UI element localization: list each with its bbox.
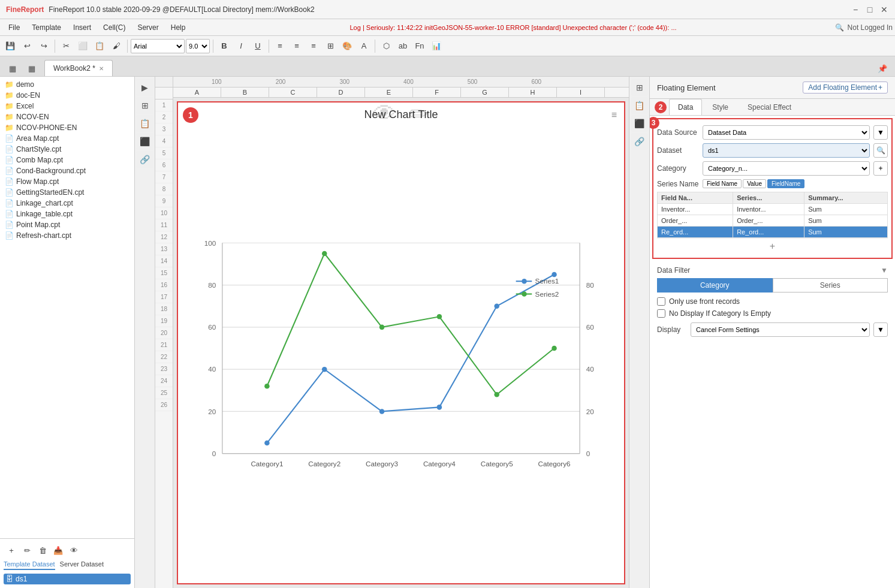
front-records-checkbox[interactable] <box>657 297 665 306</box>
right-panel-btn-1[interactable]: ⊞ <box>631 79 648 96</box>
display-select[interactable]: Cancel Form Settings <box>691 322 870 337</box>
template-dataset-tab[interactable]: Template Dataset <box>4 560 55 570</box>
menu-file[interactable]: File <box>2 21 26 34</box>
add-field-button[interactable]: + <box>770 241 775 252</box>
right-panel-btn-2[interactable]: 📋 <box>631 97 648 114</box>
tab-special-effect[interactable]: Special Effect <box>739 99 800 115</box>
paste-button[interactable]: 📋 <box>92 38 107 54</box>
series-name-chips: Field Name Value FieldName <box>703 179 804 188</box>
underline-button[interactable]: U <box>250 38 266 54</box>
bold-button[interactable]: B <box>216 38 232 54</box>
data-source-select[interactable]: Dataset Data <box>703 125 870 140</box>
fill-color-button[interactable]: 🎨 <box>339 38 355 54</box>
font-size-select[interactable]: 9.0 <box>186 39 210 53</box>
filter-tab-series[interactable]: Series <box>773 278 888 293</box>
search-icon[interactable]: 🔍 <box>835 23 844 32</box>
dataset-row: Dataset ds1 🔍 <box>657 143 888 158</box>
tree-item-comb-map[interactable]: 📄 Comb Map.cpt <box>2 155 132 165</box>
menu-insert[interactable]: Insert <box>67 21 97 34</box>
tree-item-doc-en[interactable]: 📁 doc-EN <box>2 90 132 101</box>
undo-button[interactable]: ↩ <box>19 38 35 54</box>
table-row-2[interactable]: Re_ord... Re_ord... Sum <box>658 227 888 238</box>
align-right-button[interactable]: ≡ <box>306 38 321 54</box>
menu-help[interactable]: Help <box>165 21 192 34</box>
tree-item-excel[interactable]: 📁 Excel <box>2 101 132 111</box>
tab-grid-view[interactable]: ▦ <box>5 61 20 76</box>
tree-item-refresh-chart[interactable]: 📄 Refresh-chart.cpt <box>2 230 132 241</box>
wrap-button[interactable]: ab <box>395 38 411 54</box>
menu-cell[interactable]: Cell(C) <box>97 21 131 34</box>
align-center-button[interactable]: ≡ <box>289 38 305 54</box>
tree-item-area-map[interactable]: 📄 Area Map.cpt <box>2 133 132 144</box>
borders-button[interactable]: ⊞ <box>323 38 338 54</box>
font-family-select[interactable]: Arial <box>131 39 185 53</box>
merge-button[interactable]: ⬡ <box>378 38 394 54</box>
col-summary: Summary... <box>804 192 888 204</box>
title-bar: FineReport FineReport 10.0 stable 2020-0… <box>0 0 895 19</box>
dataset-search-icon[interactable]: 🔍 <box>873 143 888 158</box>
font-color-button[interactable]: A <box>356 38 372 54</box>
format-painter-button[interactable]: 🖌 <box>109 38 124 54</box>
filter-arrow-icon[interactable]: ▼ <box>881 266 888 275</box>
tree-item-getting-started[interactable]: 📄 GettingStartedEN.cpt <box>2 187 132 198</box>
save-button[interactable]: 💾 <box>2 38 18 54</box>
category-add-icon[interactable]: + <box>873 161 888 176</box>
display-arrow-icon[interactable]: ▼ <box>873 322 888 337</box>
dataset-select[interactable]: ds1 <box>703 143 870 158</box>
panel-toggle-3[interactable]: 📋 <box>137 115 153 132</box>
tree-item-chartstyle[interactable]: 📄 ChartStyle.cpt <box>2 144 132 155</box>
close-button[interactable]: ✕ <box>879 5 889 14</box>
tree-item-flow-map[interactable]: 📄 Flow Map.cpt <box>2 176 132 187</box>
tab-style[interactable]: Style <box>703 99 737 115</box>
workbook-tab[interactable]: WorkBook2 * ✕ <box>44 60 113 76</box>
align-left-button[interactable]: ≡ <box>272 38 288 54</box>
chip-field-name[interactable]: Field Name <box>703 179 742 188</box>
tab-close-icon[interactable]: ✕ <box>99 65 104 72</box>
delete-dataset-button[interactable]: 🗑 <box>35 542 50 558</box>
chip-value[interactable]: Value <box>743 179 766 188</box>
category-select[interactable]: Category_n... <box>703 161 870 176</box>
tab-data[interactable]: Data <box>669 99 702 115</box>
right-panel-btn-4[interactable]: 🔗 <box>631 133 648 150</box>
tree-item-ncov-phone-en[interactable]: 📁 NCOV-PHONE-EN <box>2 122 132 133</box>
menu-template[interactable]: Template <box>26 21 67 34</box>
tree-item-point-map[interactable]: 📄 Point Map.cpt <box>2 219 132 230</box>
pin-button[interactable]: 📌 <box>875 61 890 76</box>
right-panel-btn-3[interactable]: ⬛ <box>631 115 648 132</box>
menu-server[interactable]: Server <box>131 21 164 34</box>
table-row-1[interactable]: Order_... Order_... Sum <box>658 215 888 227</box>
tree-item-demo[interactable]: 📁 demo <box>2 79 132 90</box>
table-row-0[interactable]: Inventor... Inventor... Sum <box>658 204 888 215</box>
italic-button[interactable]: I <box>233 38 249 54</box>
format-button[interactable]: Fn <box>412 38 427 54</box>
panel-toggle-4[interactable]: ⬛ <box>137 133 153 150</box>
chip-fieldname-active[interactable]: FieldName <box>767 179 804 188</box>
dataset-ds1[interactable]: 🗄 ds1 <box>4 574 131 584</box>
tree-item-cond-bg[interactable]: 📄 Cond-Background.cpt <box>2 165 132 176</box>
filter-tab-category[interactable]: Category <box>657 278 773 293</box>
tree-item-ncov-en[interactable]: 📁 NCOV-EN <box>2 111 132 122</box>
tab-list-view[interactable]: ▦ <box>24 61 40 76</box>
data-source-arrow[interactable]: ▼ <box>873 125 888 140</box>
no-display-checkbox[interactable] <box>657 309 665 318</box>
server-dataset-tab[interactable]: Server Dataset <box>60 560 104 570</box>
add-floating-element-button[interactable]: Add Floating Element + <box>803 82 888 94</box>
edit-dataset-button[interactable]: ✏ <box>19 542 35 558</box>
chart-button[interactable]: 📊 <box>429 38 444 54</box>
minimize-button[interactable]: − <box>851 5 860 14</box>
chart-container[interactable]: 1 ≡ New Chart Title <box>177 101 625 584</box>
maximize-button[interactable]: □ <box>865 5 875 14</box>
panel-toggle-2[interactable]: ⊞ <box>137 97 153 114</box>
redo-button[interactable]: ↪ <box>36 38 52 54</box>
preview-dataset-button[interactable]: 👁 <box>66 542 82 558</box>
add-dataset-button[interactable]: + <box>4 542 19 558</box>
chart-menu-icon[interactable]: ≡ <box>611 110 617 120</box>
copy-button[interactable]: ⬜ <box>75 38 91 54</box>
panel-toggle-1[interactable]: ▶ <box>137 79 153 96</box>
panel-toggle-5[interactable]: 🔗 <box>137 151 153 168</box>
import-dataset-button[interactable]: 📥 <box>50 542 66 558</box>
tree-item-linkage-chart[interactable]: 📄 Linkage_chart.cpt <box>2 198 132 209</box>
cut-button[interactable]: ✂ <box>58 38 74 54</box>
tree-item-linkage-table[interactable]: 📄 Linkage_table.cpt <box>2 209 132 219</box>
filter-title: Data Filter <box>657 266 690 275</box>
